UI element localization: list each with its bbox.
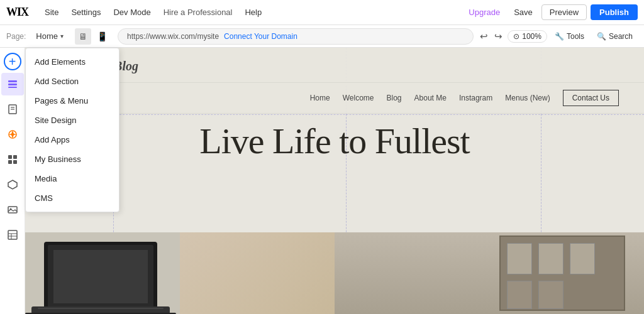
nav-welcome[interactable]: Welcome	[343, 94, 374, 102]
theme-icon	[7, 129, 18, 140]
urlbar: Page: Home ▾ 🖥 📱 https://www.wix.com/mys…	[0, 25, 644, 48]
flyout-my-business[interactable]: My Business	[26, 149, 119, 169]
nav-menus[interactable]: Menus (New)	[505, 94, 550, 102]
building-image	[499, 236, 625, 311]
flyout-menu: Add Elements Add Section Pages & Menu Si…	[25, 48, 119, 212]
flyout-add-section[interactable]: Add Section	[26, 72, 119, 91]
svg-rect-14	[8, 230, 17, 239]
tools-button[interactable]: 🔧 Tools	[550, 30, 589, 43]
page-selector[interactable]: Home ▾	[32, 31, 67, 41]
preview-button[interactable]: Preview	[541, 4, 587, 20]
flyout-cms[interactable]: CMS	[26, 188, 119, 208]
svg-rect-0	[8, 80, 17, 82]
nav-settings[interactable]: Settings	[65, 0, 107, 25]
sidebar-theme[interactable]	[1, 123, 24, 146]
nav-instagram[interactable]: Instagram	[459, 94, 492, 102]
nav-devmode[interactable]: Dev Mode	[107, 0, 157, 25]
topbar-nav: Site Settings Dev Mode Hire a Profession…	[38, 0, 268, 25]
mobile-icon[interactable]: 📱	[94, 28, 110, 45]
upgrade-button[interactable]: Upgrade	[464, 8, 505, 17]
chevron-down-icon: ▾	[60, 33, 64, 40]
zoom-icon: ⊙	[513, 32, 519, 41]
zoom-control[interactable]: ⊙ 100%	[508, 30, 547, 43]
flyout-site-design[interactable]: Site Design	[26, 111, 119, 130]
sidebar-pages[interactable]	[1, 98, 24, 121]
sidebar-media[interactable]	[1, 198, 24, 221]
nav-about[interactable]: About Me	[414, 94, 447, 102]
zoom-level: 100%	[522, 32, 541, 41]
save-button[interactable]: Save	[509, 8, 538, 17]
svg-rect-10	[13, 160, 17, 164]
svg-rect-1	[8, 84, 17, 85]
device-icons: 🖥 📱	[75, 28, 110, 45]
sidebar-add[interactable]: +	[4, 53, 21, 70]
sidebar-cms[interactable]	[1, 224, 24, 246]
tools-icon: 🔧	[555, 32, 564, 41]
svg-rect-9	[8, 160, 12, 164]
apps-grid-icon	[7, 154, 18, 165]
connect-domain-link[interactable]: Connect Your Domain	[224, 32, 297, 41]
svg-rect-12	[8, 207, 17, 213]
flyout-pages-menu[interactable]: Pages & Menu	[26, 91, 119, 111]
sidebar-elements[interactable]	[1, 73, 24, 95]
svg-rect-22	[53, 250, 148, 303]
page-label: Page:	[6, 32, 26, 41]
publish-button[interactable]: Publish	[591, 4, 638, 20]
sidebar: +	[0, 48, 25, 314]
sidebar-apps[interactable]	[1, 148, 24, 171]
cms-icon	[7, 229, 18, 241]
flyout-media[interactable]: Media	[26, 169, 119, 188]
undo-button[interactable]: ↩	[477, 30, 491, 43]
url-text: https://www.wix.com/mysite	[127, 32, 219, 41]
main-area: + Add Elements Add Section Pages & Menu …	[0, 48, 644, 314]
elements-icon	[7, 78, 18, 90]
search-icon: 🔍	[597, 32, 606, 41]
img-left	[25, 232, 335, 314]
laptop-illustration	[25, 232, 201, 314]
nav-home[interactable]: Home	[310, 94, 330, 102]
fabric-bg	[180, 232, 335, 314]
flyout-add-elements[interactable]: Add Elements	[26, 52, 119, 72]
topbar: WIX Site Settings Dev Mode Hire a Profes…	[0, 0, 644, 25]
redo-button[interactable]: ↪	[492, 30, 505, 43]
svg-rect-7	[8, 155, 12, 159]
nav-site[interactable]: Site	[38, 0, 65, 25]
business-icon	[7, 179, 18, 190]
pages-icon	[7, 104, 18, 115]
svg-rect-23	[38, 308, 164, 309]
page-name: Home	[36, 31, 58, 41]
urlbar-right: ↩ ↪ ⊙ 100% 🔧 Tools 🔍 Search	[477, 30, 638, 43]
img-right	[335, 232, 644, 314]
flyout-add-apps[interactable]: Add Apps	[26, 130, 119, 149]
desktop-icon[interactable]: 🖥	[75, 28, 91, 45]
svg-rect-2	[8, 87, 17, 88]
svg-marker-11	[8, 180, 17, 189]
media-icon	[7, 204, 18, 215]
sidebar-business[interactable]	[1, 173, 24, 196]
undo-redo-controls: ↩ ↪	[477, 30, 505, 43]
wix-logo: WIX	[6, 6, 28, 19]
search-button[interactable]: 🔍 Search	[592, 30, 638, 43]
image-strip	[25, 232, 644, 314]
nav-hire[interactable]: Hire a Professional	[157, 0, 239, 25]
nav-contact[interactable]: Contact Us	[563, 90, 619, 106]
nav-blog[interactable]: Blog	[387, 94, 402, 102]
nav-help[interactable]: Help	[238, 0, 268, 25]
svg-rect-8	[13, 155, 17, 159]
url-bar[interactable]: https://www.wix.com/mysite Connect Your …	[118, 28, 474, 45]
topbar-right: Upgrade Save Preview Publish	[464, 4, 638, 20]
